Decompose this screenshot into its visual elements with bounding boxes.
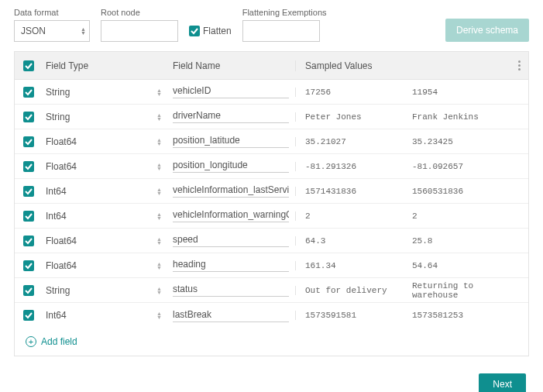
check-icon xyxy=(191,27,198,35)
root-node-input[interactable] xyxy=(101,21,177,41)
footer: Next xyxy=(6,356,537,392)
select-all-checkbox[interactable] xyxy=(23,60,34,71)
field-type-cell[interactable]: Float64▲▼ xyxy=(43,136,170,147)
row-checkbox[interactable] xyxy=(23,87,34,98)
row-checkbox[interactable] xyxy=(23,310,34,321)
row-checkbox[interactable] xyxy=(23,186,34,197)
field-name-cell[interactable]: status xyxy=(170,284,295,297)
flatten-checkbox[interactable] xyxy=(189,26,200,36)
field-name-value: vehicleInformation_warningCod xyxy=(173,209,289,222)
sample-value-1: Out for delivery xyxy=(295,286,403,295)
row-checkbox[interactable] xyxy=(23,260,34,271)
field-type-cell[interactable]: String▲▼ xyxy=(43,285,170,296)
top-controls: Data format JSON ▲▼ Root node Flatten Fl… xyxy=(6,6,537,51)
row-checkbox-cell xyxy=(15,186,43,197)
field-name-value: lastBreak xyxy=(173,309,289,322)
row-checkbox-cell xyxy=(15,260,43,271)
header-field-name[interactable]: Field Name xyxy=(170,60,295,71)
field-type-cell[interactable]: Int64▲▼ xyxy=(43,186,170,197)
field-type-cell[interactable]: Float64▲▼ xyxy=(43,260,170,271)
field-type-value: Float64 xyxy=(46,161,77,172)
sample-value-1: 64.3 xyxy=(295,236,403,246)
row-checkbox-cell xyxy=(15,136,43,147)
field-type-cell[interactable]: Float64▲▼ xyxy=(43,236,170,246)
field-type-cell[interactable]: Int64▲▼ xyxy=(43,310,170,321)
sample-value-2: 54.64 xyxy=(403,261,510,270)
field-name-cell[interactable]: lastBreak xyxy=(170,309,295,322)
field-type-value: Float64 xyxy=(46,260,77,271)
data-format-group: Data format JSON ▲▼ xyxy=(14,8,90,42)
check-icon xyxy=(25,237,33,245)
header-field-type[interactable]: Field Type xyxy=(43,60,170,71)
check-icon xyxy=(25,212,33,220)
table-row: Int64▲▼vehicleInformation_warningCod22 xyxy=(15,204,528,229)
exemptions-input[interactable] xyxy=(243,21,319,41)
table-row: Float64▲▼position_longitude-81.291326-81… xyxy=(15,154,528,179)
derive-schema-button[interactable]: Derive schema xyxy=(445,19,529,42)
row-checkbox[interactable] xyxy=(23,161,34,172)
field-type-value: String xyxy=(46,87,70,98)
table-body: String▲▼vehicleID1725611954String▲▼drive… xyxy=(15,80,528,328)
chevron-updown-icon: ▲▼ xyxy=(81,27,86,35)
sample-value-2: 1560531836 xyxy=(403,187,510,196)
check-icon xyxy=(25,138,33,146)
sample-value-1: 161.34 xyxy=(295,261,403,270)
field-type-value: Float64 xyxy=(46,136,77,147)
sample-value-1: -81.291326 xyxy=(295,162,403,171)
row-checkbox[interactable] xyxy=(23,236,34,246)
table-row: Int64▲▼vehicleInformation_lastService157… xyxy=(15,179,528,204)
table-row: Float64▲▼heading161.3454.64 xyxy=(15,253,528,278)
next-button[interactable]: Next xyxy=(479,373,526,392)
field-name-cell[interactable]: heading xyxy=(170,259,295,272)
field-name-cell[interactable]: position_longitude xyxy=(170,160,295,173)
table-row: String▲▼driverNamePeter JonesFrank Jenki… xyxy=(15,105,528,129)
row-checkbox[interactable] xyxy=(23,285,34,296)
table-row: String▲▼statusOut for deliveryReturning … xyxy=(15,278,528,303)
row-checkbox-cell xyxy=(15,285,43,296)
field-name-cell[interactable]: vehicleInformation_lastService xyxy=(170,184,295,198)
check-icon xyxy=(25,187,33,195)
field-type-cell[interactable]: Int64▲▼ xyxy=(43,211,170,222)
row-checkbox-cell xyxy=(15,211,43,222)
sample-value-2: Returning to warehouse xyxy=(403,281,510,300)
sample-value-1: 2 xyxy=(295,211,403,221)
field-type-value: Int64 xyxy=(46,186,67,197)
data-format-value: JSON xyxy=(21,26,46,36)
row-checkbox[interactable] xyxy=(23,136,34,147)
field-name-cell[interactable]: speed xyxy=(170,234,295,247)
data-format-select[interactable]: JSON ▲▼ xyxy=(14,20,90,42)
field-name-value: vehicleInformation_lastService xyxy=(173,184,289,198)
table-row: Float64▲▼position_latitude35.2102735.234… xyxy=(15,129,528,154)
field-name-cell[interactable]: vehicleInformation_warningCod xyxy=(170,209,295,222)
chevron-updown-icon: ▲▼ xyxy=(156,163,162,170)
flatten-group: Flatten xyxy=(189,20,232,42)
field-name-cell[interactable]: position_latitude xyxy=(170,135,295,148)
field-type-value: Float64 xyxy=(46,236,77,246)
header-menu-button[interactable] xyxy=(510,60,528,70)
sample-value-2: 1573581253 xyxy=(403,311,510,320)
field-type-cell[interactable]: Float64▲▼ xyxy=(43,161,170,172)
field-name-cell[interactable]: driverName xyxy=(170,110,295,123)
chevron-updown-icon: ▲▼ xyxy=(156,187,162,195)
exemptions-input-wrap xyxy=(242,20,320,42)
add-field-button[interactable]: + Add field xyxy=(15,328,528,356)
field-name-value: vehicleID xyxy=(173,85,289,98)
field-type-value: String xyxy=(46,285,70,296)
field-name-value: status xyxy=(173,284,289,297)
chevron-updown-icon: ▲▼ xyxy=(156,113,162,121)
row-checkbox-cell xyxy=(15,310,43,321)
sample-value-1: Peter Jones xyxy=(295,112,403,122)
field-name-value: heading xyxy=(173,259,289,272)
row-checkbox[interactable] xyxy=(23,112,34,122)
add-field-label: Add field xyxy=(41,336,77,347)
check-icon xyxy=(25,262,33,270)
field-type-cell[interactable]: String▲▼ xyxy=(43,112,170,122)
header-checkbox-cell xyxy=(15,60,43,71)
field-name-cell[interactable]: vehicleID xyxy=(170,85,295,98)
chevron-updown-icon: ▲▼ xyxy=(156,311,162,319)
sample-value-2: 35.23425 xyxy=(403,137,510,146)
check-icon xyxy=(25,62,33,70)
field-type-cell[interactable]: String▲▼ xyxy=(43,87,170,98)
sample-value-2: Frank Jenkins xyxy=(403,112,510,122)
row-checkbox[interactable] xyxy=(23,211,34,222)
